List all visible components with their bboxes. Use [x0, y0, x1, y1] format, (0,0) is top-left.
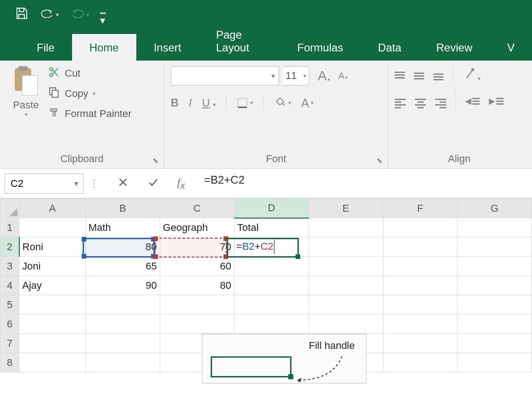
- italic-button[interactable]: I: [189, 96, 192, 109]
- col-header-C[interactable]: C: [160, 199, 234, 218]
- align-center-button[interactable]: [415, 94, 426, 108]
- select-all-corner[interactable]: [0, 199, 19, 218]
- tab-formulas[interactable]: Formulas: [280, 34, 361, 61]
- bold-button[interactable]: B: [171, 96, 179, 109]
- cell[interactable]: 65: [85, 257, 160, 276]
- cell[interactable]: [160, 315, 234, 334]
- tab-review[interactable]: Review: [419, 34, 490, 61]
- cut-button[interactable]: Cut: [48, 66, 132, 81]
- row-header-8[interactable]: 8: [0, 353, 19, 372]
- cell[interactable]: [85, 353, 160, 372]
- dialog-launcher-icon[interactable]: ⬊: [376, 156, 382, 165]
- cell[interactable]: 80: [160, 276, 234, 295]
- cell[interactable]: Joni: [19, 257, 85, 276]
- spreadsheet-grid[interactable]: A B C D E F G 1 Math Geograph Total 2 Ro…: [0, 198, 532, 372]
- cell[interactable]: [383, 276, 457, 295]
- cell[interactable]: [457, 334, 532, 353]
- cell[interactable]: [19, 315, 85, 334]
- tab-file[interactable]: File: [19, 34, 72, 61]
- fill-color-button[interactable]: ▾: [274, 96, 291, 110]
- cell[interactable]: [160, 295, 234, 315]
- font-color-button[interactable]: A ▾: [301, 96, 314, 110]
- cell[interactable]: [383, 257, 457, 276]
- increase-font-button[interactable]: A▴: [318, 68, 330, 84]
- cell[interactable]: [234, 257, 308, 276]
- save-icon[interactable]: [15, 6, 28, 23]
- font-name-select[interactable]: ▾: [171, 66, 279, 85]
- underline-button[interactable]: U: [202, 96, 210, 109]
- name-box[interactable]: C2 ▼: [5, 174, 84, 194]
- tab-insert[interactable]: Insert: [136, 34, 199, 61]
- tab-page-layout[interactable]: Page Layout: [199, 21, 280, 61]
- cell[interactable]: [457, 276, 532, 295]
- cell[interactable]: [85, 334, 160, 353]
- copy-button[interactable]: Copy ▾: [48, 86, 132, 101]
- cell[interactable]: [457, 218, 532, 237]
- cell[interactable]: [457, 353, 532, 372]
- col-header-A[interactable]: A: [19, 199, 85, 218]
- cell[interactable]: 90: [85, 276, 160, 295]
- cell[interactable]: [457, 295, 532, 315]
- undo-button[interactable]: ▾: [39, 9, 59, 21]
- cell[interactable]: [457, 237, 532, 257]
- row-header-1[interactable]: 1: [0, 218, 19, 237]
- align-middle-button[interactable]: [414, 67, 424, 82]
- customize-qat-icon[interactable]: ‗▾: [100, 3, 105, 27]
- formula-input[interactable]: =B2+C2: [197, 174, 526, 194]
- cell[interactable]: [234, 295, 308, 315]
- row-header-5[interactable]: 5: [0, 295, 19, 315]
- cell[interactable]: [234, 315, 308, 334]
- cell[interactable]: 70: [160, 237, 234, 257]
- cell[interactable]: Roni: [19, 237, 85, 257]
- cell[interactable]: [85, 315, 160, 334]
- enter-formula-button[interactable]: [147, 177, 160, 189]
- tab-view[interactable]: V: [490, 34, 532, 61]
- cell[interactable]: [308, 257, 383, 276]
- align-right-button[interactable]: [435, 94, 446, 108]
- tab-data[interactable]: Data: [361, 34, 419, 61]
- cell[interactable]: Total: [234, 218, 308, 237]
- cell[interactable]: [383, 295, 457, 315]
- cell[interactable]: [383, 237, 457, 257]
- align-left-button[interactable]: [395, 94, 406, 108]
- orientation-button[interactable]: ▾: [462, 67, 481, 82]
- cell[interactable]: 80: [85, 237, 160, 257]
- cell[interactable]: [383, 334, 457, 353]
- col-header-G[interactable]: G: [457, 199, 532, 218]
- row-header-4[interactable]: 4: [0, 276, 19, 295]
- cancel-formula-button[interactable]: [117, 177, 129, 189]
- cell[interactable]: [308, 276, 383, 295]
- decrease-font-button[interactable]: A▾: [338, 71, 347, 81]
- cell[interactable]: [383, 315, 457, 334]
- row-header-6[interactable]: 6: [0, 315, 19, 334]
- increase-indent-button[interactable]: ▶: [489, 96, 504, 106]
- paste-button[interactable]: Paste ▾: [6, 66, 45, 151]
- col-header-B[interactable]: B: [85, 199, 160, 218]
- cell[interactable]: Ajay: [19, 276, 85, 295]
- cell[interactable]: [19, 218, 85, 237]
- col-header-E[interactable]: E: [308, 199, 383, 218]
- cell[interactable]: [457, 257, 532, 276]
- cell[interactable]: [234, 276, 308, 295]
- cell[interactable]: [383, 218, 457, 237]
- col-header-D[interactable]: D: [234, 199, 308, 218]
- format-painter-button[interactable]: Format Painter: [48, 107, 132, 121]
- font-size-select[interactable]: 11 ▾: [283, 66, 309, 85]
- cell[interactable]: [308, 295, 383, 315]
- align-bottom-button[interactable]: [433, 68, 443, 80]
- decrease-indent-button[interactable]: ◀: [465, 96, 480, 106]
- cell[interactable]: [308, 218, 383, 237]
- cell[interactable]: [308, 315, 383, 334]
- fx-icon[interactable]: fx: [177, 176, 185, 191]
- align-top-button[interactable]: [395, 67, 405, 83]
- col-header-F[interactable]: F: [383, 199, 457, 218]
- cell[interactable]: [308, 237, 383, 257]
- row-header-3[interactable]: 3: [0, 257, 19, 276]
- dialog-launcher-icon[interactable]: ⬊: [152, 156, 158, 165]
- cell[interactable]: [19, 334, 85, 353]
- tab-home[interactable]: Home: [72, 34, 136, 61]
- borders-button[interactable]: ▾: [236, 97, 253, 109]
- cell[interactable]: [19, 295, 85, 315]
- cell-editing[interactable]: =B2+C2: [234, 237, 308, 257]
- row-header-2[interactable]: 2: [0, 237, 19, 257]
